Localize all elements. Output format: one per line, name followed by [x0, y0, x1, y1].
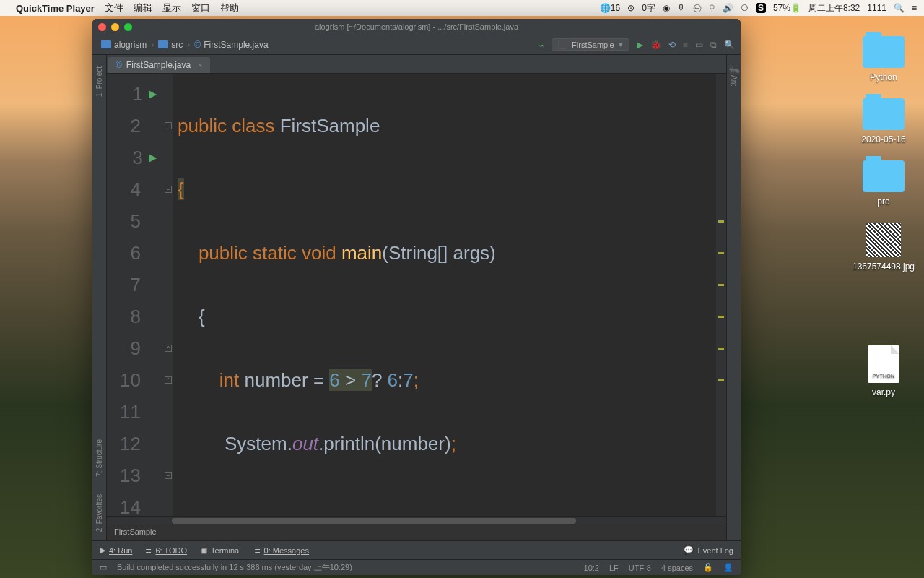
globe-icon[interactable]: 🌐 16: [600, 3, 620, 13]
horizontal-scrollbar[interactable]: [107, 516, 726, 525]
right-tool-strip: 🐜Ant: [726, 55, 741, 540]
ime-icon[interactable]: ㊥: [693, 2, 702, 14]
control-center-icon[interactable]: ≡: [912, 3, 917, 13]
tool-todo[interactable]: ≣ 6: TODO: [145, 545, 187, 555]
build-icon[interactable]: ⤿: [537, 40, 544, 50]
desktop-file-py[interactable]: var.py: [856, 345, 911, 397]
warning-marker-icon[interactable]: [718, 220, 724, 223]
profiler-icon[interactable]: ▭: [695, 40, 703, 50]
warning-marker-icon[interactable]: [718, 284, 724, 286]
stop-button[interactable]: ■: [683, 40, 688, 50]
chevron-right-icon: ›: [187, 40, 190, 50]
debug-button[interactable]: 🐞: [650, 40, 661, 50]
desktop-folder-pro[interactable]: pro: [856, 160, 911, 207]
folder-icon: [158, 40, 168, 48]
caret-position[interactable]: 10:2: [584, 564, 599, 572]
window-title: alogrism [~/Documents/alogrism] - .../sr…: [315, 22, 518, 31]
close-window-button[interactable]: [98, 23, 106, 31]
chevron-down-icon: ▾: [619, 40, 623, 49]
menubar-app[interactable]: QuickTime Player: [16, 3, 95, 14]
fold-gutter[interactable]: − − ⌃ ⌃ −: [163, 74, 173, 516]
toggle-tool-windows-icon[interactable]: ▭: [100, 563, 107, 572]
fold-marker-icon[interactable]: −: [165, 122, 172, 129]
java-file-icon: ©: [116, 60, 122, 70]
indent-config[interactable]: 4 spaces: [661, 564, 693, 572]
run-configuration-dropdown[interactable]: FirstSample ▾: [552, 38, 629, 51]
menu-help[interactable]: 帮助: [220, 1, 239, 14]
code-area[interactable]: public class FirstSample { public static…: [173, 74, 716, 516]
crumb-project[interactable]: alogrism: [98, 40, 149, 50]
zoom-window-button[interactable]: [124, 23, 132, 31]
fold-end-icon[interactable]: ⌃: [165, 345, 172, 352]
tool-run[interactable]: ▶ 4: Run: [100, 545, 132, 555]
menu-view[interactable]: 显示: [162, 1, 181, 14]
desktop-folder-date[interactable]: 2020-05-16: [856, 98, 911, 144]
fold-marker-icon[interactable]: −: [165, 186, 172, 193]
app-s-icon[interactable]: S: [756, 3, 766, 13]
desktop-icons: Python 2020-05-16 pro 1367574498.jpg var…: [856, 36, 911, 397]
close-tab-icon[interactable]: ×: [198, 61, 202, 69]
run-gutter-icon[interactable]: ▶: [149, 142, 157, 173]
inspections-icon[interactable]: 👤: [723, 563, 733, 572]
tool-eventlog[interactable]: 💬 Event Log: [684, 545, 733, 555]
traffic-lights: [98, 23, 132, 31]
search-everywhere-icon[interactable]: 🔍: [724, 40, 735, 50]
line-gutter[interactable]: 1▶ 2 3▶ 4 5 6 7 8 9 10 11 12 13 14: [107, 74, 163, 516]
wifi-icon[interactable]: ⚆: [741, 3, 749, 13]
bluetooth-icon[interactable]: ⚲: [709, 3, 715, 13]
file-encoding[interactable]: UTF-8: [629, 564, 651, 572]
scrollbar-thumb[interactable]: [172, 518, 576, 524]
run-gutter-icon[interactable]: ▶: [149, 78, 157, 110]
mac-menubar: QuickTime Player 文件 编辑 显示 窗口 帮助 🌐 16 ⊙ 0…: [0, 0, 924, 16]
desktop-file-qr[interactable]: 1367574498.jpg: [856, 223, 911, 272]
navigation-bar: alogrism › src › ©FirstSample.java ⤿ Fir…: [92, 35, 741, 55]
left-tool-strip: 1: Project 7: Structure 2: Favorites: [92, 55, 107, 540]
input-indicator[interactable]: 0字: [642, 2, 655, 14]
menu-window[interactable]: 窗口: [191, 1, 210, 14]
mic-icon[interactable]: 🎙: [677, 3, 686, 13]
warning-marker-icon[interactable]: [718, 379, 724, 381]
bottom-tool-bar: ▶ 4: Run ≣ 6: TODO ▣ Terminal ≣ 0: Messa…: [92, 540, 741, 559]
tool-favorites-tab[interactable]: 2: Favorites: [94, 486, 105, 540]
battery-status[interactable]: 57% 🔋: [773, 3, 801, 13]
warning-marker-icon[interactable]: [718, 252, 724, 254]
minimize-window-button[interactable]: [111, 23, 119, 31]
crumb-src[interactable]: src: [155, 40, 186, 50]
volume-icon[interactable]: 🔊: [723, 3, 733, 13]
tool-terminal[interactable]: ▣ Terminal: [200, 545, 241, 555]
editor[interactable]: 1▶ 2 3▶ 4 5 6 7 8 9 10 11 12 13 14: [107, 74, 726, 516]
menu-file[interactable]: 文件: [105, 1, 123, 14]
tool-project-tab[interactable]: 1: Project: [94, 58, 105, 105]
editor-tab-firstsample[interactable]: © FirstSample.java ×: [108, 57, 210, 73]
warning-marker-icon[interactable]: [718, 348, 724, 350]
line-ending[interactable]: LF: [609, 564, 619, 572]
chevron-right-icon: ›: [151, 40, 154, 50]
status-bar: ▭ Build completed successfully in 12 s 3…: [92, 559, 741, 575]
clock[interactable]: 周二上午8:32: [808, 2, 860, 14]
editor-tabs: © FirstSample.java ×: [107, 55, 726, 74]
tool-messages[interactable]: ≣ 0: Messages: [254, 545, 309, 555]
tool-ant-tab[interactable]: 🐜Ant: [727, 55, 741, 95]
run-button[interactable]: ▶: [637, 40, 643, 50]
readonly-lock-icon[interactable]: 🔓: [703, 563, 713, 572]
error-stripe[interactable]: [716, 74, 726, 516]
fold-marker-icon[interactable]: −: [165, 472, 172, 479]
folder-icon: [101, 40, 111, 48]
status-message: Build completed successfully in 12 s 386…: [117, 562, 352, 573]
extra-indicator[interactable]: 1111: [867, 3, 886, 13]
spotlight-icon[interactable]: 🔍: [894, 3, 905, 13]
menubar-right: 🌐 16 ⊙ 0字 ◉ 🎙 ㊥ ⚲ 🔊 ⚆ S 57% 🔋 周二上午8:32 1…: [600, 2, 917, 14]
warning-marker-icon[interactable]: [718, 316, 724, 318]
siri-icon[interactable]: ◉: [663, 3, 670, 13]
crumb-file[interactable]: ©FirstSample.java: [191, 40, 271, 50]
fold-end-icon[interactable]: ⌃: [165, 376, 172, 384]
rec-icon[interactable]: ⊙: [627, 3, 635, 13]
ide-titlebar[interactable]: alogrism [~/Documents/alogrism] - .../sr…: [92, 19, 741, 35]
menu-edit[interactable]: 编辑: [134, 1, 152, 14]
tool-structure-tab[interactable]: 7: Structure: [94, 431, 105, 486]
split-icon[interactable]: ⧉: [710, 40, 717, 50]
ide-window: alogrism [~/Documents/alogrism] - .../sr…: [92, 19, 741, 575]
editor-breadcrumb[interactable]: FirstSample: [107, 525, 726, 540]
desktop-folder-python[interactable]: Python: [856, 36, 911, 82]
coverage-button[interactable]: ⟲: [668, 40, 676, 50]
